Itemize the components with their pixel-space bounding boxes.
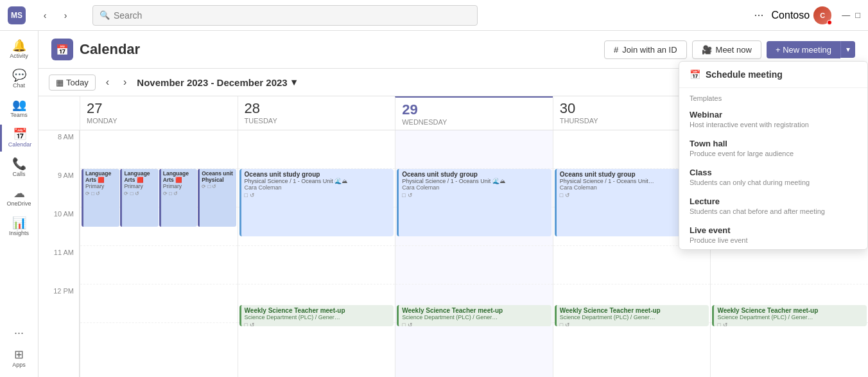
meet-now-label: Meet now <box>716 45 752 55</box>
weekly-science-wed[interactable]: Weekly Science Teacher meet-up Science D… <box>397 305 551 326</box>
nav-arrows: ‹ › <box>36 6 74 24</box>
weekly-science-thu[interactable]: Weekly Science Teacher meet-up Science D… <box>555 305 709 326</box>
top-bar: MS ‹ › 🔍 ··· Contoso C — □ <box>0 0 868 31</box>
dropdown-item-lecture[interactable]: Lecture Students can chat before and aft… <box>679 191 867 220</box>
sidebar-item-onedrive[interactable]: ☁ OneDrive <box>0 184 38 211</box>
dropdown-item-live-event[interactable]: Live event Produce live event <box>679 220 867 249</box>
date-range-label: November 2023 - December 2023 <box>137 77 287 88</box>
dropdown-header: 📅 Schedule meeting <box>679 62 867 88</box>
dropdown-item-townhall[interactable]: Town hall Produce event for large audien… <box>679 134 867 162</box>
time-column: 8 AM 9 AM 10 AM 11 AM 12 PM <box>39 130 80 377</box>
sidebar: 🔔 Activity 💬 Chat 👥 Teams 📅 Calendar 📞 C… <box>0 31 39 377</box>
time-header-spacer <box>39 96 80 130</box>
more-options-button[interactable]: ··· <box>752 6 767 24</box>
meet-now-button[interactable]: 🎥 Meet now <box>692 40 761 59</box>
sidebar-item-chat[interactable]: 💬 Chat <box>0 66 38 92</box>
next-week-button[interactable]: › <box>119 74 130 91</box>
app-logo: MS <box>8 6 26 24</box>
day-header-tue: 28 Tuesday <box>238 96 395 130</box>
new-meeting-label: + New meeting <box>776 45 831 55</box>
sidebar-label-calls: Calls <box>12 171 25 177</box>
oceans-study-group-wed[interactable]: Oceans unit study group Physical Science… <box>397 169 551 236</box>
window-controls: — □ <box>842 10 860 20</box>
schedule-meeting-dropdown: 📅 Schedule meeting Templates Webinar Hos… <box>679 61 868 250</box>
hashtag-icon: # <box>614 45 618 55</box>
sidebar-item-insights[interactable]: 📊 Insights <box>0 213 38 240</box>
date-range-chevron: ▾ <box>291 76 297 88</box>
profile-area: Contoso C <box>772 6 832 24</box>
forward-button[interactable]: › <box>56 6 74 24</box>
page-title: Calendar <box>80 41 140 58</box>
time-slot-8am: 8 AM <box>39 130 79 169</box>
lang-arts-event-3[interactable]: Language Arts 🟥 Primary ⟳ □ ↺ <box>159 169 197 227</box>
lang-events-group: Language Arts 🟥 Primary ⟳ □ ↺ Language A… <box>82 169 236 227</box>
video-icon: 🎥 <box>702 45 712 55</box>
date-range[interactable]: November 2023 - December 2023 ▾ <box>137 76 296 88</box>
time-slot-12pm: 12 PM <box>39 285 79 323</box>
top-bar-right: ··· Contoso C — □ <box>752 6 860 24</box>
more-icon: ··· <box>14 327 24 338</box>
weekly-science-fri[interactable]: Weekly Science Teacher meet-up Science D… <box>712 305 867 326</box>
oceans-study-group-tue[interactable]: Oceans unit study group Physical Science… <box>239 169 394 236</box>
sidebar-label-onedrive: OneDrive <box>6 200 31 207</box>
sidebar-item-apps[interactable]: ⊞ Apps <box>0 345 38 372</box>
day-header-wed: 29 Wednesday <box>395 96 553 130</box>
day-col-wed: Oceans unit study group Physical Science… <box>395 130 553 377</box>
new-meeting-split: + New meeting ▾ <box>767 41 855 58</box>
prev-week-button[interactable]: ‹ <box>102 74 113 91</box>
oceans-unit-event-mon[interactable]: Oceans unit Physical ⟳ □ ↺ <box>198 169 236 227</box>
header-buttons: # Join with an ID 🎥 Meet now + New meeti… <box>604 40 855 59</box>
calendar-icon: 📅 <box>13 128 27 140</box>
sidebar-label-teams: Teams <box>10 112 28 118</box>
calendar-title-area: 📅 Calendar <box>51 39 596 60</box>
insights-icon: 📊 <box>12 217 26 229</box>
lang-arts-event-1[interactable]: Language Arts 🟥 Primary ⟳ □ ↺ <box>82 169 119 227</box>
sidebar-label-insights: Insights <box>9 230 29 236</box>
sidebar-item-more[interactable]: ··· <box>0 323 38 342</box>
calls-icon: 📞 <box>12 158 26 170</box>
dropdown-section-label: Templates <box>679 88 867 105</box>
sidebar-label-calendar: Calendar <box>8 141 32 148</box>
sidebar-label-apps: Apps <box>12 362 26 368</box>
avatar[interactable]: C <box>813 6 831 24</box>
sidebar-label-activity: Activity <box>10 53 28 59</box>
join-with-id-button[interactable]: # Join with an ID <box>604 40 687 59</box>
sidebar-label-chat: Chat <box>13 82 25 89</box>
onedrive-icon: ☁ <box>13 188 25 199</box>
username-label: Contoso <box>772 10 810 21</box>
dropdown-item-class[interactable]: Class Students can only chat during meet… <box>679 162 867 191</box>
schedule-meeting-label: Schedule meeting <box>706 69 783 80</box>
time-slot-9am: 9 AM <box>39 169 79 207</box>
time-slot-11am: 11 AM <box>39 246 79 285</box>
search-input[interactable] <box>114 10 471 21</box>
status-badge <box>827 20 832 25</box>
minimize-button[interactable]: — <box>842 10 850 20</box>
today-cal-icon: ▦ <box>56 78 64 87</box>
back-button[interactable]: ‹ <box>36 6 54 24</box>
ms-logo-icon: MS <box>8 6 26 24</box>
today-button[interactable]: ▦ Today <box>49 75 96 91</box>
teams-icon: 👥 <box>12 99 26 110</box>
new-meeting-button[interactable]: + New meeting <box>767 41 840 58</box>
sidebar-item-calendar[interactable]: 📅 Calendar <box>0 125 38 152</box>
new-meeting-dropdown-arrow[interactable]: ▾ <box>840 41 855 58</box>
dropdown-item-webinar[interactable]: Webinar Host interactive event with regi… <box>679 105 867 134</box>
day-col-tue: Oceans unit study group Physical Science… <box>238 130 395 377</box>
weekly-science-tue[interactable]: Weekly Science Teacher meet-up Science D… <box>239 305 394 326</box>
activity-icon: 🔔 <box>12 40 26 51</box>
join-id-label: Join with an ID <box>622 45 677 55</box>
time-slot-10am: 10 AM <box>39 207 79 246</box>
day-col-mon: Language Arts 🟥 Primary ⟳ □ ↺ Language A… <box>80 130 238 377</box>
sidebar-item-calls[interactable]: 📞 Calls <box>0 154 38 181</box>
sidebar-item-activity[interactable]: 🔔 Activity <box>0 36 38 63</box>
search-icon: 🔍 <box>100 10 110 20</box>
chat-icon: 💬 <box>12 69 26 81</box>
schedule-meeting-icon: 📅 <box>690 69 700 80</box>
maximize-button[interactable]: □ <box>855 10 860 20</box>
sidebar-item-teams[interactable]: 👥 Teams <box>0 95 38 122</box>
day-header-mon: 27 Monday <box>80 96 238 130</box>
calendar-app-icon: 📅 <box>51 39 73 60</box>
lang-arts-event-2[interactable]: Language Arts 🟥 Primary ⟳ □ ↺ <box>120 169 158 227</box>
search-box: 🔍 <box>92 5 478 26</box>
apps-icon: ⊞ <box>14 349 24 360</box>
